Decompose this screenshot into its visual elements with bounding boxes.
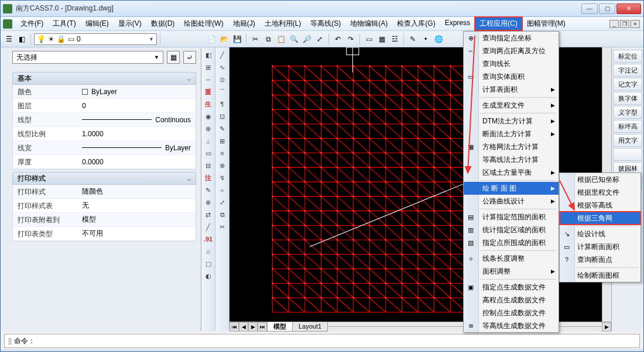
zoom-out-icon[interactable]: 🔎 <box>301 33 313 45</box>
menu-item[interactable]: 高程点生成数据文件 <box>464 294 559 306</box>
layer-combo[interactable]: 💡 ☀ 🔒 ▭ 0 ▼ <box>34 33 157 45</box>
tool-icon[interactable]: ✎ <box>203 185 214 195</box>
palette-button[interactable]: 标坪高 <box>613 120 642 133</box>
tool-icon[interactable]: ⊟ <box>203 160 214 171</box>
tool-icon[interactable]: ╱ <box>217 50 228 60</box>
paste-icon[interactable]: 📋 <box>275 33 287 45</box>
menu-12[interactable]: 工程应用(C) <box>475 17 522 30</box>
menu-11[interactable]: Express <box>440 17 475 30</box>
palette-button[interactable]: 义字型 <box>613 106 642 119</box>
tab-layout1[interactable]: Layout1 <box>292 322 328 332</box>
menu-2[interactable]: 编辑(E) <box>81 17 114 30</box>
menu-item[interactable]: 区域土方量平衡▶ <box>464 166 559 179</box>
prop-row[interactable]: 打印表附着到模型 <box>13 213 196 227</box>
submenu-item[interactable]: ↘绘设计线 <box>560 227 640 240</box>
palette-button[interactable]: 标定位 <box>613 50 642 63</box>
tool-icon[interactable]: ⊙ <box>217 74 228 85</box>
tool-icon[interactable]: ◉ <box>203 111 214 122</box>
close-button[interactable]: ✕ <box>616 4 641 14</box>
menu-item[interactable]: ▥统计指定区域的面积 <box>464 223 559 236</box>
minimize-button[interactable]: — <box>581 4 598 14</box>
tool-icon[interactable]: ▭ <box>203 148 214 158</box>
tool-icon[interactable]: ⧉ <box>217 209 228 220</box>
scroll-right[interactable]: ▶ <box>602 322 611 332</box>
tool-icon[interactable]: ⊡ <box>217 111 228 122</box>
prop-row[interactable]: 打印样式随颜色 <box>13 185 196 199</box>
copy-icon[interactable]: ⧉ <box>262 33 274 45</box>
tool-label[interactable]: .91 <box>203 234 214 244</box>
mdi-minimize[interactable]: _ <box>609 20 619 28</box>
tool-icon[interactable]: ▢ <box>203 258 214 269</box>
scroll-prev[interactable]: ◀ <box>239 322 248 332</box>
selection-filter[interactable]: 无选择 ▼ <box>12 51 163 64</box>
menu-6[interactable]: 地籍(J) <box>228 17 260 30</box>
menu-9[interactable]: 地物编辑(A) <box>345 17 392 30</box>
menu-3[interactable]: 显示(V) <box>114 17 146 30</box>
menu-item[interactable]: 计算表面积▶ <box>464 83 559 96</box>
table-icon[interactable]: ▦ <box>376 33 388 45</box>
tool-icon[interactable]: ✂ <box>217 222 228 232</box>
menu-item[interactable]: 面积调整▶ <box>464 265 559 278</box>
cut-icon[interactable]: ✂ <box>249 33 261 45</box>
menu-13[interactable]: 图幅管理(M) <box>522 17 570 30</box>
pickadd-icon[interactable]: ⤾ <box>183 51 196 64</box>
undo-icon[interactable]: ↶ <box>332 33 344 45</box>
command-line[interactable]: || 命令： <box>4 334 640 348</box>
tool-icon[interactable]: ↯ <box>217 172 228 183</box>
menu-item[interactable]: DTM法土方计算▶ <box>464 115 559 127</box>
prop-row[interactable]: 打印表类型不可用 <box>13 227 196 241</box>
menu-item[interactable]: 公路曲线设计▶ <box>464 195 559 208</box>
tool-icon[interactable]: ╱ <box>203 222 214 232</box>
menu-item[interactable]: ▭查询实体面积 <box>464 70 559 83</box>
tool-label[interactable]: 生 <box>203 99 214 109</box>
palette-button[interactable]: 用文字 <box>613 134 642 147</box>
scroll-first[interactable]: ⏮ <box>229 322 239 332</box>
submenu-item[interactable]: ▭计算断面面积 <box>560 240 640 253</box>
menu-item[interactable]: ⟡线条长度调整 <box>464 252 559 265</box>
palette-button[interactable]: 字注记 <box>613 64 642 77</box>
edit-icon[interactable]: ✎ <box>407 33 419 45</box>
tool-icon[interactable]: ⌂ <box>203 246 214 257</box>
globe-icon[interactable]: 🌐 <box>433 33 444 45</box>
menu-item[interactable]: ⊕查询指定点坐标 <box>464 32 559 44</box>
tool-icon[interactable]: ⊞ <box>217 136 228 146</box>
redo-icon[interactable]: ↷ <box>345 33 357 45</box>
menu-4[interactable]: 数据(D) <box>146 17 180 30</box>
menu-item[interactable]: ≋等高线生成数据文件 <box>464 319 559 332</box>
prop-row[interactable]: 厚度0.0000 <box>13 155 196 169</box>
tool-icon[interactable]: ⊗ <box>217 160 228 171</box>
layer-manager-icon[interactable]: ◧ <box>16 33 28 45</box>
menu-item[interactable]: ↔查询两点距离及方位 <box>464 44 559 57</box>
menu-item[interactable]: ▧指定点所围成的面积 <box>464 236 559 249</box>
new-icon[interactable]: 📄 <box>205 33 217 45</box>
props-icon[interactable]: ☳ <box>389 33 400 45</box>
tool-icon[interactable]: ≡ <box>217 148 228 158</box>
submenu-item[interactable]: 根据已知坐标 <box>560 173 640 186</box>
tool-icon[interactable]: ∿ <box>217 62 228 73</box>
menu-item[interactable]: 等高线法土方计算 <box>464 153 559 166</box>
submenu-item[interactable]: 根据三角网 <box>560 212 640 225</box>
tool-icon[interactable]: ⇄ <box>203 209 214 220</box>
menu-item[interactable]: ▦方格网法土方计算 <box>464 140 559 153</box>
prop-row[interactable]: 线宽ByLayer <box>13 141 196 155</box>
menu-item[interactable]: ▣指定点生成数据文件 <box>464 281 559 294</box>
menu-item[interactable]: 绘 断 面 图▶ <box>464 182 559 195</box>
tool-icon[interactable]: ⟐ <box>217 185 228 195</box>
submenu-item[interactable]: 根据等高线 <box>560 199 640 212</box>
tab-model[interactable]: 模型 <box>267 322 293 332</box>
quick-select-icon[interactable]: ▦ <box>167 51 180 64</box>
tool-icon[interactable]: ↔ <box>203 74 214 85</box>
tool-icon[interactable]: ◐ <box>203 271 214 281</box>
point-icon[interactable]: • <box>420 33 431 45</box>
tool-icon[interactable]: ⊗ <box>203 197 214 208</box>
tool-icon[interactable]: ✎ <box>217 123 228 134</box>
palette-button[interactable]: 换字体 <box>613 92 642 105</box>
open-icon[interactable]: 📂 <box>218 33 230 45</box>
tool-icon[interactable]: ◧ <box>203 50 214 60</box>
palette-button[interactable] <box>613 148 642 161</box>
save-icon[interactable]: 💾 <box>231 33 243 45</box>
mdi-close[interactable]: × <box>631 20 640 28</box>
menu-10[interactable]: 检查入库(G) <box>392 17 440 30</box>
tool-label[interactable]: 重 <box>203 87 214 97</box>
mdi-restore[interactable]: ❐ <box>620 20 629 28</box>
